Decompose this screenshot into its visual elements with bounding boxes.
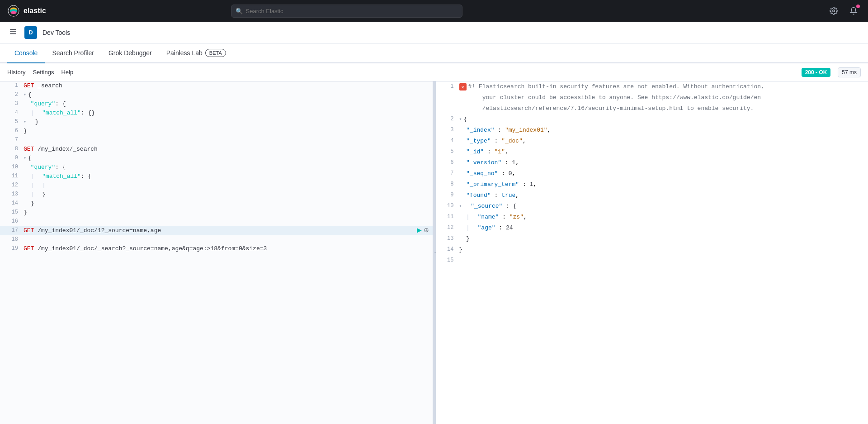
elastic-logo-icon <box>7 5 20 17</box>
second-bar: D Dev Tools <box>0 22 868 43</box>
output-content-2: { <box>464 115 864 124</box>
output-line-1: 1 ✕ #! Elasticsearch built-in security f… <box>436 81 868 92</box>
run-button[interactable]: ▶ <box>417 226 422 233</box>
notifications-btn[interactable] <box>846 4 861 18</box>
output-line-3: 3 "_index" : "my_index01", <box>436 125 868 136</box>
output-content-8: "_primary_term" : 1, <box>459 180 865 189</box>
line-content-4: | "match_all": {} <box>24 109 429 118</box>
line-content-1: GET _search <box>24 81 429 91</box>
search-input[interactable] <box>231 5 462 18</box>
svg-point-4 <box>833 10 835 12</box>
output-line-num-14: 14 <box>439 245 454 252</box>
editor-line-16: 16 <box>0 217 433 226</box>
editor-line-1: 1 GET _search <box>0 81 433 91</box>
toolbar: History Settings Help 200 - OK 57 ms <box>0 63 868 81</box>
fold-arrow-9[interactable]: ▾ <box>24 154 26 161</box>
line-number-8: 8 <box>4 145 18 152</box>
search-icon: 🔍 <box>236 8 243 14</box>
editor-line-7: 7 <box>0 136 433 145</box>
line-content-9: { <box>28 154 429 163</box>
output-content-1c: /elasticsearch/reference/7.16/security-m… <box>468 104 865 113</box>
editor-line-3: 3 "query": { <box>0 100 433 109</box>
output-line-num-5: 5 <box>439 148 454 155</box>
editor-line-5: 5 ▾ } <box>0 118 433 127</box>
output-content-1b: your cluster could be accessible to anyo… <box>468 93 865 102</box>
bell-icon <box>849 7 858 15</box>
editor-line-18: 18 <box>0 235 433 244</box>
history-button[interactable]: History <box>7 67 25 77</box>
output-content-12: | "age" : 24 <box>459 224 865 233</box>
tab-grok-debugger[interactable]: Grok Debugger <box>101 43 159 63</box>
editor-line-2: 2 ▾ { <box>0 91 433 100</box>
output-line-1b: your cluster could be accessible to anyo… <box>436 92 868 103</box>
tab-painless-lab[interactable]: Painless Lab BETA <box>159 43 233 63</box>
line-number-18: 18 <box>4 235 18 243</box>
line-number-14: 14 <box>4 199 18 206</box>
global-search-bar[interactable]: 🔍 <box>231 5 462 18</box>
output-content-4: "_type" : "_doc", <box>459 137 865 146</box>
output-line-15: 15 <box>436 255 868 264</box>
output-line-num-12: 12 <box>439 224 454 231</box>
editor-line-19: 19 GET /my_index01/_doc/_search?_source=… <box>0 244 433 253</box>
line-content-3: "query": { <box>24 100 429 109</box>
output-line-num-4: 4 <box>439 137 454 144</box>
editor-line-13: 13 | } <box>0 190 433 199</box>
line-number-17: 17 <box>4 226 18 233</box>
hamburger-button[interactable] <box>7 26 19 39</box>
editor-panel[interactable]: 1 GET _search 2 ▾ { 3 "query": { 4 | "ma… <box>0 81 433 424</box>
tabs-bar: Console Search Profiler Grok Debugger Pa… <box>0 43 868 63</box>
output-line-8: 8 "_primary_term" : 1, <box>436 179 868 190</box>
editor-line-17: 17 GET /my_index01/_doc/1?_source=name,a… <box>0 226 433 235</box>
line-number-16: 16 <box>4 217 18 224</box>
line-content-8: GET /my_index/_search <box>24 145 429 154</box>
output-line-14: 14 } <box>436 244 868 255</box>
line-number-3: 3 <box>4 100 18 107</box>
tab-search-profiler[interactable]: Search Profiler <box>45 43 101 63</box>
output-line-num-8: 8 <box>439 180 454 187</box>
breadcrumb-badge: D <box>24 26 37 39</box>
output-line-4: 4 "_type" : "_doc", <box>436 136 868 147</box>
status-badge: 200 - OK <box>802 68 831 77</box>
logo-text: elastic <box>24 7 46 15</box>
editor-line-6: 6 } <box>0 127 433 136</box>
output-panel: 1 ✕ #! Elasticsearch built-in security f… <box>436 81 868 424</box>
output-line-num-11: 11 <box>439 213 454 220</box>
copy-button[interactable]: ⊕ <box>424 226 429 233</box>
line-content-14: } <box>24 199 429 208</box>
output-content-13: } <box>459 234 865 243</box>
output-line-5: 5 "_id" : "1", <box>436 147 868 157</box>
output-line-num-1: 1 <box>439 82 454 90</box>
output-line-6: 6 "_version" : 1, <box>436 157 868 168</box>
settings-icon-btn[interactable] <box>826 4 841 18</box>
settings-button[interactable]: Settings <box>33 67 54 77</box>
line-number-5: 5 <box>4 118 18 125</box>
help-button[interactable]: Help <box>61 67 73 77</box>
output-line-7: 7 "_seq_no" : 0, <box>436 168 868 179</box>
gear-icon <box>830 7 838 15</box>
editor-line-15: 15 } <box>0 208 433 217</box>
editor-line-14: 14 } <box>0 199 433 208</box>
fold-arrow-2[interactable]: ▾ <box>24 91 26 97</box>
elastic-logo: elastic <box>7 5 46 17</box>
tab-console[interactable]: Console <box>7 43 45 63</box>
line-number-19: 19 <box>4 244 18 252</box>
editor-line-4: 4 | "match_all": {} <box>0 109 433 118</box>
output-fold-10[interactable]: ▾ <box>459 202 462 209</box>
fold-arrow-5[interactable]: ▾ <box>24 118 26 124</box>
line-content-10: "query": { <box>24 163 429 172</box>
line-number-11: 11 <box>4 172 18 179</box>
output-content-1: #! Elasticsearch built-in security featu… <box>468 82 865 91</box>
line-number-12: 12 <box>4 181 18 188</box>
time-badge: 57 ms <box>838 67 861 77</box>
output-content-11: | "name" : "zs", <box>459 213 865 222</box>
output-fold-2[interactable]: ▾ <box>459 115 462 122</box>
output-line-2: 2 ▾ { <box>436 114 868 125</box>
output-content-5: "_id" : "1", <box>459 148 865 157</box>
output-content-6: "_version" : 1, <box>459 158 865 167</box>
line-number-13: 13 <box>4 190 18 197</box>
notification-badge <box>856 5 860 8</box>
line-number-4: 4 <box>4 109 18 116</box>
line-content-13: | } <box>24 190 429 199</box>
top-navigation: elastic 🔍 <box>0 0 868 22</box>
line-actions-17: ▶ ⊕ <box>417 226 429 233</box>
